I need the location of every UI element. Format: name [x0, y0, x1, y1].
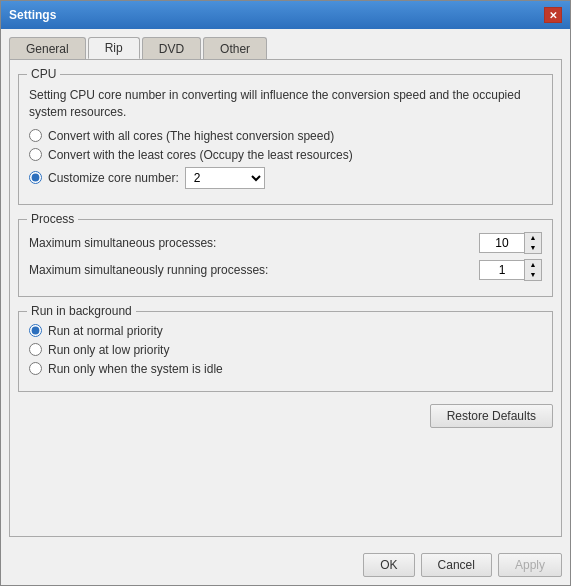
radio-least-cores-label: Convert with the least cores (Occupy the… — [48, 148, 353, 162]
background-group-legend: Run in background — [27, 304, 136, 318]
window-title: Settings — [9, 8, 56, 22]
process-group-legend: Process — [27, 212, 78, 226]
content-area: General Rip DVD Other CPU Setting CPU co… — [1, 29, 570, 545]
radio-low-priority-input[interactable] — [29, 343, 42, 356]
radio-idle-input[interactable] — [29, 362, 42, 375]
max-running-row: Maximum simultaneously running processes… — [29, 259, 542, 281]
tab-general[interactable]: General — [9, 37, 86, 59]
radio-low-priority-label: Run only at low priority — [48, 343, 169, 357]
max-running-up[interactable]: ▲ — [525, 260, 541, 270]
process-group-content: Maximum simultaneous processes: ▲ ▼ Maxi… — [29, 232, 542, 281]
cpu-group-legend: CPU — [27, 67, 60, 81]
radio-idle-label: Run only when the system is idle — [48, 362, 223, 376]
max-running-down[interactable]: ▼ — [525, 270, 541, 280]
settings-window: Settings ✕ General Rip DVD Other CPU Set… — [0, 0, 571, 586]
radio-idle[interactable]: Run only when the system is idle — [29, 362, 542, 376]
tab-rip[interactable]: Rip — [88, 37, 140, 59]
max-simultaneous-spinner-buttons: ▲ ▼ — [524, 232, 542, 254]
restore-defaults-row: Restore Defaults — [18, 400, 553, 428]
radio-least-cores-input[interactable] — [29, 148, 42, 161]
cpu-description: Setting CPU core number in converting wi… — [29, 87, 542, 121]
radio-normal-priority[interactable]: Run at normal priority — [29, 324, 542, 338]
radio-least-cores[interactable]: Convert with the least cores (Occupy the… — [29, 148, 542, 162]
restore-defaults-button[interactable]: Restore Defaults — [430, 404, 553, 428]
core-number-dropdown[interactable]: 2 1 3 4 — [185, 167, 265, 189]
radio-custom-cores-label: Customize core number: — [48, 171, 179, 185]
background-group-content: Run at normal priority Run only at low p… — [29, 324, 542, 376]
radio-normal-priority-label: Run at normal priority — [48, 324, 163, 338]
max-running-spinner-buttons: ▲ ▼ — [524, 259, 542, 281]
cpu-group-content: Setting CPU core number in converting wi… — [29, 87, 542, 189]
background-group: Run in background Run at normal priority… — [18, 311, 553, 392]
title-bar: Settings ✕ — [1, 1, 570, 29]
apply-button[interactable]: Apply — [498, 553, 562, 577]
max-simultaneous-row: Maximum simultaneous processes: ▲ ▼ — [29, 232, 542, 254]
radio-all-cores-input[interactable] — [29, 129, 42, 142]
max-simultaneous-spinner: ▲ ▼ — [479, 232, 542, 254]
max-running-input[interactable] — [479, 260, 524, 280]
max-simultaneous-label: Maximum simultaneous processes: — [29, 236, 216, 250]
radio-custom-cores-input[interactable] — [29, 171, 42, 184]
tab-bar: General Rip DVD Other — [9, 37, 562, 59]
cancel-button[interactable]: Cancel — [421, 553, 492, 577]
max-simultaneous-input[interactable] — [479, 233, 524, 253]
process-group: Process Maximum simultaneous processes: … — [18, 219, 553, 297]
max-simultaneous-up[interactable]: ▲ — [525, 233, 541, 243]
tab-other[interactable]: Other — [203, 37, 267, 59]
radio-low-priority[interactable]: Run only at low priority — [29, 343, 542, 357]
bottom-bar: OK Cancel Apply — [1, 545, 570, 585]
radio-all-cores[interactable]: Convert with all cores (The highest conv… — [29, 129, 542, 143]
tab-panel-rip: CPU Setting CPU core number in convertin… — [9, 59, 562, 537]
max-running-label: Maximum simultaneously running processes… — [29, 263, 268, 277]
radio-all-cores-label: Convert with all cores (The highest conv… — [48, 129, 334, 143]
tab-dvd[interactable]: DVD — [142, 37, 201, 59]
close-button[interactable]: ✕ — [544, 7, 562, 23]
cpu-group: CPU Setting CPU core number in convertin… — [18, 74, 553, 205]
max-simultaneous-down[interactable]: ▼ — [525, 243, 541, 253]
radio-custom-cores-row: Customize core number: 2 1 3 4 — [29, 167, 542, 189]
radio-normal-priority-input[interactable] — [29, 324, 42, 337]
max-running-spinner: ▲ ▼ — [479, 259, 542, 281]
ok-button[interactable]: OK — [363, 553, 414, 577]
